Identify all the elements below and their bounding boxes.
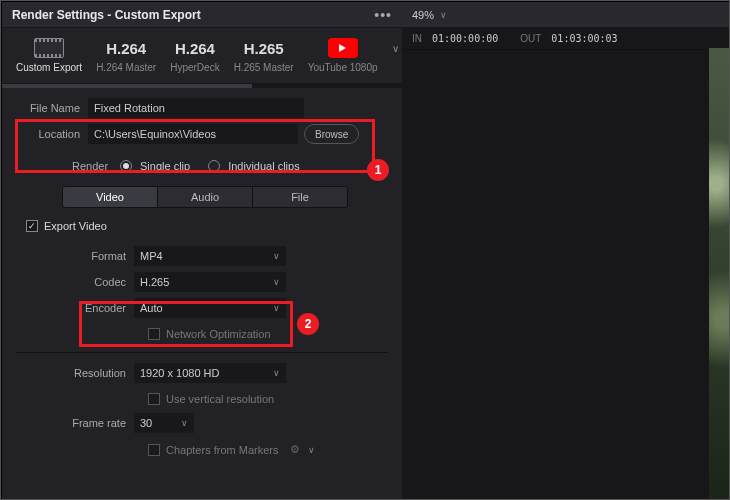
- preview-thumbnail: [709, 48, 730, 500]
- chevron-down-icon: ∨: [273, 368, 280, 378]
- gear-icon[interactable]: ⚙: [290, 443, 300, 456]
- chevron-down-icon[interactable]: ∨: [440, 10, 447, 20]
- tab-row: Video Audio File: [62, 186, 348, 208]
- chevron-down-icon: ∨: [181, 418, 188, 428]
- encoder-label: Encoder: [16, 302, 134, 314]
- title-bar: Render Settings - Custom Export •••: [2, 2, 402, 28]
- netopt-checkbox[interactable]: [148, 328, 160, 340]
- location-label: Location: [16, 128, 88, 140]
- format-dropdown[interactable]: MP4∨: [134, 246, 286, 266]
- tab-file[interactable]: File: [253, 187, 347, 207]
- export-video-row: Export Video: [16, 220, 388, 246]
- single-clip-label: Single clip: [140, 160, 190, 172]
- render-mode-row: Render Single clip Individual clips: [16, 150, 388, 186]
- export-video-label: Export Video: [44, 220, 107, 232]
- vertical-checkbox[interactable]: [148, 393, 160, 405]
- chapters-row: Chapters from Markers ⚙ ∨: [16, 439, 388, 464]
- form-area: File Name Location Browse Render Single …: [2, 88, 402, 474]
- chapters-checkbox[interactable]: [148, 444, 160, 456]
- browse-button[interactable]: Browse: [304, 124, 359, 144]
- vertical-label: Use vertical resolution: [166, 393, 274, 405]
- tab-video[interactable]: Video: [63, 187, 158, 207]
- render-settings-panel: Render Settings - Custom Export ••• Cust…: [2, 2, 402, 500]
- location-input[interactable]: [88, 124, 298, 144]
- codec-dropdown[interactable]: H.265∨: [134, 272, 286, 292]
- tc-in-label: IN: [412, 33, 422, 44]
- netopt-label: Network Optimization: [166, 328, 271, 340]
- preset-more-chevron[interactable]: ∨: [392, 43, 399, 68]
- preset-hyperdeck[interactable]: H.264 HyperDeck: [170, 38, 219, 73]
- preset-youtube[interactable]: YouTube 1080p: [308, 38, 378, 73]
- chapters-label: Chapters from Markers: [166, 444, 278, 456]
- preview-panel: 49% ∨ IN 01:00:00:00 OUT 01:03:00:03: [402, 2, 730, 500]
- preset-strip: Custom Export H.264 H.264 Master H.264 H…: [2, 28, 402, 84]
- tc-out-value[interactable]: 01:03:00:03: [551, 33, 617, 44]
- tab-audio[interactable]: Audio: [158, 187, 253, 207]
- resolution-label: Resolution: [16, 367, 134, 379]
- zoom-bar: 49% ∨: [402, 2, 730, 28]
- resolution-dropdown[interactable]: 1920 x 1080 HD∨: [134, 363, 286, 383]
- divider: [16, 352, 388, 353]
- film-icon: [34, 38, 64, 58]
- preset-h265-master[interactable]: H.265 H.265 Master: [234, 38, 294, 73]
- chevron-down-icon: ∨: [273, 251, 280, 261]
- netopt-row: Network Optimization: [16, 324, 388, 348]
- chevron-down-icon: ∨: [308, 445, 315, 455]
- filename-input[interactable]: [88, 98, 304, 118]
- tc-out-label: OUT: [520, 33, 541, 44]
- render-label: Render: [72, 160, 112, 172]
- framerate-label: Frame rate: [16, 417, 134, 429]
- youtube-icon: [328, 38, 358, 58]
- format-label: Format: [16, 250, 134, 262]
- individual-clips-radio[interactable]: [208, 160, 220, 172]
- vertical-row: Use vertical resolution: [16, 389, 388, 413]
- timecode-row: IN 01:00:00:00 OUT 01:03:00:03: [402, 28, 730, 50]
- export-video-checkbox[interactable]: [26, 220, 38, 232]
- preset-h264-master[interactable]: H.264 H.264 Master: [96, 38, 156, 73]
- panel-title: Render Settings - Custom Export: [2, 8, 364, 22]
- encoder-dropdown[interactable]: Auto∨: [134, 298, 286, 318]
- preset-custom-export[interactable]: Custom Export: [16, 38, 82, 73]
- filename-label: File Name: [16, 102, 88, 114]
- single-clip-radio[interactable]: [120, 160, 132, 172]
- panel-menu-button[interactable]: •••: [364, 7, 402, 23]
- zoom-value[interactable]: 49%: [412, 9, 434, 21]
- chevron-down-icon: ∨: [273, 277, 280, 287]
- tc-in-value[interactable]: 01:00:00:00: [432, 33, 498, 44]
- framerate-dropdown[interactable]: 30∨: [134, 413, 194, 433]
- chevron-down-icon: ∨: [273, 303, 280, 313]
- codec-label: Codec: [16, 276, 134, 288]
- individual-clips-label: Individual clips: [228, 160, 300, 172]
